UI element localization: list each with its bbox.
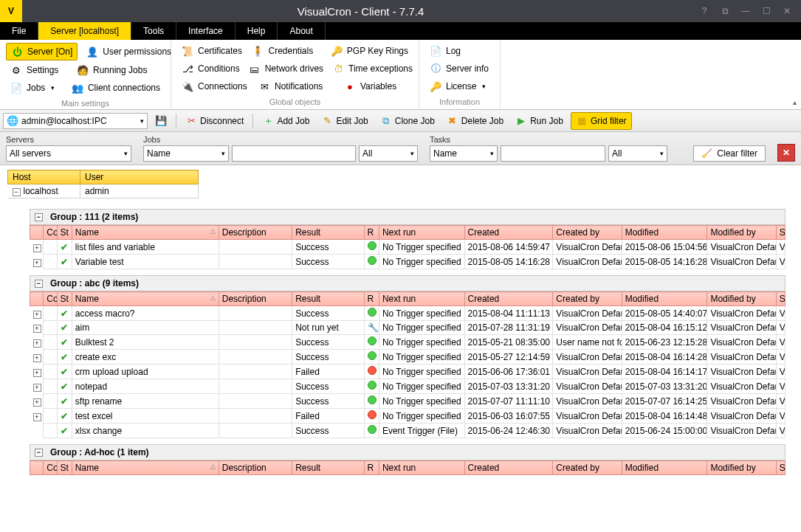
collapse-group-button[interactable]: − xyxy=(35,280,43,288)
settings-button[interactable]: ⚙Settings xyxy=(6,62,72,78)
menu-interface[interactable]: Interface xyxy=(176,22,236,40)
expand-row-button[interactable]: + xyxy=(33,354,41,362)
col-st[interactable]: St xyxy=(57,226,72,240)
col-created[interactable]: Created xyxy=(464,226,553,240)
table-row[interactable]: + ✔ list files and variable Success No T… xyxy=(30,240,785,255)
expand-row-button[interactable]: + xyxy=(33,325,41,333)
save-toolbar-button[interactable]: 💾 xyxy=(151,113,171,129)
col-modified-by[interactable]: Modified by xyxy=(707,461,776,475)
col-r[interactable]: R xyxy=(364,226,379,240)
col-co[interactable]: Co xyxy=(44,292,57,306)
col-created-by[interactable]: Created by xyxy=(553,461,622,475)
close-icon[interactable]: ✕ xyxy=(782,6,792,16)
col-description[interactable]: Description xyxy=(219,292,292,306)
connection-combo[interactable]: 🌐 admin@localhost:IPC ▾ xyxy=(3,113,148,129)
jobs-button[interactable]: 📄Jobs▾ xyxy=(6,80,67,96)
menu-file[interactable]: File xyxy=(0,22,38,40)
tasks-field-select[interactable]: Name▾ xyxy=(430,145,498,162)
pgp-button[interactable]: 🔑PGP Key Rings xyxy=(326,43,413,59)
col-r[interactable]: R xyxy=(364,292,379,306)
collapse-server-button[interactable]: − xyxy=(13,188,21,196)
col-modified[interactable]: Modified xyxy=(622,292,707,306)
table-row[interactable]: + ✔ access macro? Success No Trigger spe… xyxy=(30,306,785,321)
clone-job-button[interactable]: ⧉Clone Job xyxy=(376,113,439,129)
running-jobs-button[interactable]: 🧑Running Jobs xyxy=(72,62,151,78)
group-header[interactable]: −Group : 111 (2 items) xyxy=(30,209,785,225)
expand-row-button[interactable]: + xyxy=(33,398,41,407)
col-description[interactable]: Description xyxy=(219,226,292,240)
menu-server[interactable]: Server [localhost] xyxy=(38,22,131,40)
col-tail[interactable]: S xyxy=(776,461,785,475)
expand-row-button[interactable]: + xyxy=(33,259,41,267)
col-co[interactable]: Co xyxy=(44,226,57,240)
delete-job-button[interactable]: ✖Delete Job xyxy=(442,113,508,129)
expand-row-button[interactable]: + xyxy=(33,311,41,319)
group-header[interactable]: −Group : Ad-hoc (1 item) xyxy=(30,444,785,460)
expand-row-button[interactable]: + xyxy=(33,369,41,377)
maximize-icon[interactable]: ☐ xyxy=(761,6,771,16)
expand-row-button[interactable]: + xyxy=(33,384,41,392)
jobs-filter-input[interactable] xyxy=(232,145,356,162)
col-r[interactable]: R xyxy=(364,461,379,475)
connections-button[interactable]: 🔌Connections xyxy=(177,78,254,94)
col-next-run[interactable]: Next run xyxy=(379,461,464,475)
jobs-all-select[interactable]: All▾ xyxy=(359,145,418,162)
col-name[interactable]: Name△ xyxy=(72,226,219,240)
tasks-all-select[interactable]: All▾ xyxy=(608,145,667,162)
clear-filter-button[interactable]: 🧹Clear filter xyxy=(693,145,766,162)
help-icon[interactable]: ? xyxy=(699,6,709,16)
credentials-button[interactable]: 🧍Credentials xyxy=(247,43,326,59)
col-name[interactable]: Name△ xyxy=(72,461,219,475)
collapse-group-button[interactable]: − xyxy=(35,449,43,457)
license-button[interactable]: 🔑License▾ xyxy=(425,78,490,94)
col-modified-by[interactable]: Modified by xyxy=(707,226,776,240)
close-filter-button[interactable]: ✕ xyxy=(777,144,795,162)
server-on-button[interactable]: ⏻Server [On] xyxy=(6,43,78,61)
collapse-group-button[interactable]: − xyxy=(35,213,43,221)
minimize-icon[interactable]: — xyxy=(740,6,751,16)
col-st[interactable]: St xyxy=(57,461,72,475)
variables-button[interactable]: ●Variables xyxy=(340,78,401,94)
col-next-run[interactable]: Next run xyxy=(379,226,464,240)
col-result[interactable]: Result xyxy=(292,226,364,240)
menu-help[interactable]: Help xyxy=(236,22,278,40)
certificates-button[interactable]: 📜Certificates xyxy=(177,43,247,59)
col-modified-by[interactable]: Modified by xyxy=(707,292,776,306)
table-row[interactable]: + ✔ create exc Success No Trigger specif… xyxy=(30,350,785,365)
table-row[interactable]: + ✔ crm upload upload Failed No Trigger … xyxy=(30,365,785,379)
edit-job-button[interactable]: ✎Edit Job xyxy=(317,113,372,129)
client-connections-button[interactable]: 👥Client connections xyxy=(67,80,165,96)
table-row[interactable]: + ✔ sftp rename Success No Trigger speci… xyxy=(30,394,785,409)
menu-tools[interactable]: Tools xyxy=(131,22,176,40)
notifications-button[interactable]: ✉Notifications xyxy=(254,78,340,94)
col-host[interactable]: Host xyxy=(8,170,80,184)
col-created-by[interactable]: Created by xyxy=(553,292,622,306)
col-tail[interactable]: S xyxy=(776,292,785,306)
table-row[interactable]: + ✔ Bulktest 2 Success No Trigger specif… xyxy=(30,335,785,350)
col-modified[interactable]: Modified xyxy=(622,226,707,240)
table-row[interactable]: ✔ xlsx change Success Event Trigger (Fil… xyxy=(30,424,785,438)
col-result[interactable]: Result xyxy=(292,461,364,475)
ribbon-collapse-icon[interactable]: ▴ xyxy=(793,98,797,106)
grid-filter-button[interactable]: ▦Grid filter xyxy=(571,112,632,130)
jobs-field-select[interactable]: Name▾ xyxy=(143,145,229,162)
log-button[interactable]: 📄Log xyxy=(425,43,465,59)
col-st[interactable]: St xyxy=(57,292,72,306)
user-permissions-button[interactable]: 👤User permissions xyxy=(82,43,176,61)
run-job-button[interactable]: ▶Run Job xyxy=(511,113,568,129)
col-description[interactable]: Description xyxy=(219,461,292,475)
col-co[interactable]: Co xyxy=(44,461,57,475)
server-info-button[interactable]: ⓘServer info xyxy=(425,61,493,77)
table-row[interactable]: + ✔ notepad Success No Trigger specified… xyxy=(30,379,785,394)
col-result[interactable]: Result xyxy=(292,292,364,306)
restore-icon[interactable]: ⧉ xyxy=(720,6,730,16)
col-created-by[interactable]: Created by xyxy=(553,226,622,240)
col-created[interactable]: Created xyxy=(464,461,553,475)
group-header[interactable]: −Group : abc (9 items) xyxy=(30,275,785,291)
conditions-button[interactable]: ⎇Conditions xyxy=(177,61,244,77)
expand-row-button[interactable]: + xyxy=(33,339,41,348)
tasks-filter-input[interactable] xyxy=(501,145,605,162)
col-created[interactable]: Created xyxy=(464,292,553,306)
table-row[interactable]: + ✔ aim Not run yet 🔧 No Trigger specifi… xyxy=(30,321,785,335)
disconnect-button[interactable]: ✂Disconnect xyxy=(181,113,248,129)
